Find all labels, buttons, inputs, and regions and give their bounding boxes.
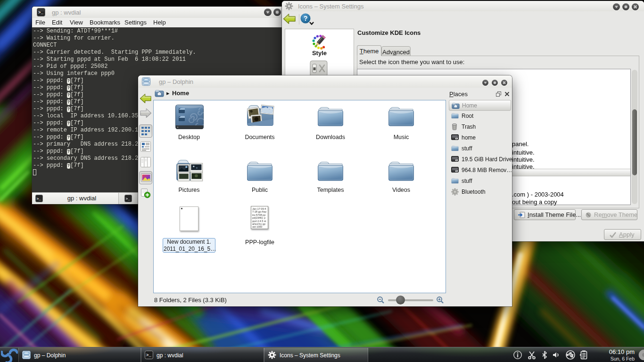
- svg-text:>_: >_: [126, 197, 131, 201]
- svg-text:>_: >_: [37, 197, 41, 201]
- svg-text:?: ?: [304, 15, 308, 22]
- svg-text:>_: >_: [38, 10, 43, 15]
- svg-text:>_: >_: [146, 353, 151, 358]
